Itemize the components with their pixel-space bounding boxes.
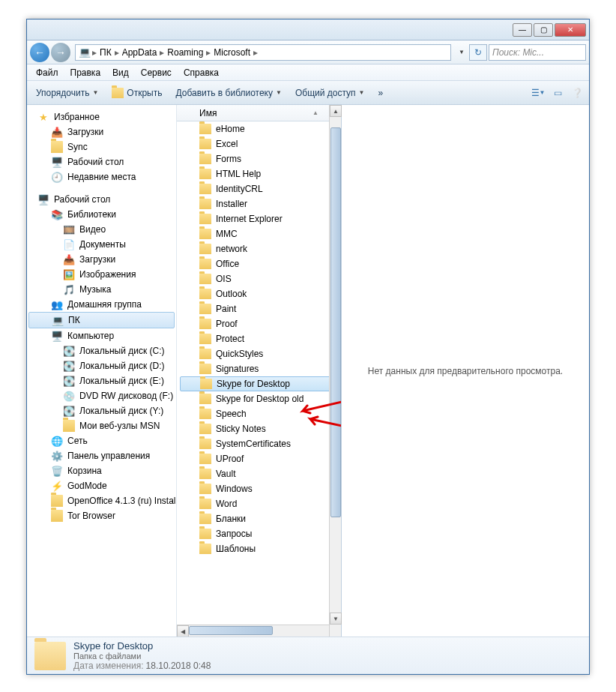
status-date-label: Дата изменения: <box>73 661 144 671</box>
nav-pc[interactable]: 💻ПК <box>28 312 175 328</box>
list-item[interactable]: Skype for Desktop <box>180 376 338 391</box>
list-item[interactable]: Proof <box>177 316 341 331</box>
help-button[interactable]: ❔ <box>568 84 586 102</box>
nav-computer[interactable]: 🖥️Компьютер <box>27 328 176 343</box>
vertical-scrollbar[interactable]: ▲ ▼ <box>329 105 341 637</box>
search-input[interactable]: Поиск: Mic... <box>489 44 586 61</box>
minimize-button[interactable]: — <box>513 23 532 37</box>
horizontal-scrollbar[interactable]: ◀ ▶ <box>177 625 341 637</box>
nav-pictures[interactable]: 🖼️Изображения <box>27 267 176 282</box>
more-button[interactable]: » <box>372 85 389 101</box>
list-item[interactable]: eHome <box>177 121 341 136</box>
list-item[interactable]: Бланки <box>177 511 341 526</box>
nav-video[interactable]: 🎞️Видео <box>27 222 176 237</box>
nav-recent[interactable]: 🕘Недавние места <box>27 169 176 184</box>
list-item[interactable]: Windows <box>177 481 341 496</box>
list-item[interactable]: Excel <box>177 136 341 151</box>
menu-help[interactable]: Справка <box>178 66 225 79</box>
nav-drive-d[interactable]: 💽Локальный диск (D:) <box>27 358 176 373</box>
list-item[interactable]: Speech <box>177 406 341 421</box>
breadcrumb-seg[interactable]: Microsoft <box>212 47 252 58</box>
list-item[interactable]: MMC <box>177 226 341 241</box>
column-header-name[interactable]: Имя ▲ <box>177 105 341 121</box>
menu-view[interactable]: Вид <box>106 66 135 79</box>
nav-drive-e[interactable]: 💽Локальный диск (E:) <box>27 373 176 388</box>
list-item[interactable]: Installer <box>177 196 341 211</box>
scroll-up-button[interactable]: ▲ <box>330 105 342 117</box>
nav-sync[interactable]: Sync <box>27 139 176 154</box>
nav-godmode[interactable]: ⚡GodMode <box>27 478 176 493</box>
list-item[interactable]: Шаблоны <box>177 541 341 556</box>
nav-recycle[interactable]: 🗑️Корзина <box>27 463 176 478</box>
refresh-button[interactable]: ↻ <box>469 44 487 61</box>
list-item[interactable]: QuickStyles <box>177 346 341 361</box>
list-item[interactable]: IdentityCRL <box>177 181 341 196</box>
organize-button[interactable]: Упорядочить▼ <box>30 85 104 101</box>
nav-drive-c[interactable]: 💽Локальный диск (C:) <box>27 343 176 358</box>
list-item-label: IdentityCRL <box>216 184 263 194</box>
menu-file[interactable]: Файл <box>30 66 64 79</box>
nav-pane[interactable]: ★Избранное 📥Загрузки Sync 🖥️Рабочий стол… <box>27 105 177 637</box>
list-item[interactable]: Office <box>177 256 341 271</box>
folder-icon <box>199 124 211 134</box>
view-mode-button[interactable]: ☰ ▼ <box>529 84 547 102</box>
file-list[interactable]: Document Building BlockseHomeExcelFormsH… <box>177 121 341 625</box>
nav-drive-y[interactable]: 💽Локальный диск (Y:) <box>27 403 176 418</box>
list-item[interactable]: UProof <box>177 451 341 466</box>
nav-downloads-lib[interactable]: 📥Загрузки <box>27 252 176 267</box>
breadcrumb-seg[interactable]: Roaming <box>166 47 205 58</box>
scroll-thumb-h[interactable] <box>189 626 273 635</box>
list-item[interactable]: HTML Help <box>177 166 341 181</box>
address-bar[interactable]: 💻 ▸ ПК ▸ AppData ▸ Roaming ▸ Microsoft ▸ <box>75 44 451 61</box>
list-item-label: Proof <box>216 319 238 329</box>
nav-dvd[interactable]: 💿DVD RW дисковод (F:) <box>27 388 176 403</box>
libraries-header[interactable]: 📚Библиотеки <box>27 207 176 222</box>
nav-tor[interactable]: Tor Browser <box>27 508 176 523</box>
list-item[interactable]: Forms <box>177 151 341 166</box>
favorites-header[interactable]: ★Избранное <box>27 109 176 124</box>
status-type: Папка с файлами <box>73 652 211 661</box>
pictures-icon: 🖼️ <box>63 268 75 280</box>
list-item[interactable]: Outlook <box>177 286 341 301</box>
nav-downloads[interactable]: 📥Загрузки <box>27 124 176 139</box>
list-item[interactable]: Internet Explorer <box>177 211 341 226</box>
share-button[interactable]: Общий доступ▼ <box>289 85 371 101</box>
list-item[interactable]: Vault <box>177 466 341 481</box>
breadcrumb-seg[interactable]: ПК <box>98 47 113 58</box>
desktop-header[interactable]: 🖥️Рабочий стол <box>27 192 176 207</box>
menu-edit[interactable]: Правка <box>64 66 107 79</box>
scroll-left-button[interactable]: ◀ <box>177 625 189 637</box>
maximize-button[interactable]: ▢ <box>534 23 553 37</box>
nav-documents[interactable]: 📄Документы <box>27 237 176 252</box>
back-button[interactable]: ← <box>30 43 49 62</box>
list-item[interactable]: SystemCertificates <box>177 436 341 451</box>
scroll-thumb[interactable] <box>330 127 341 517</box>
open-button[interactable]: Открыть <box>106 85 168 101</box>
list-item[interactable]: Paint <box>177 301 341 316</box>
breadcrumb-seg[interactable]: AppData <box>121 47 159 58</box>
close-button[interactable]: ✕ <box>555 23 586 37</box>
list-item[interactable]: Skype for Desktop old <box>177 391 341 406</box>
nav-network[interactable]: 🌐Сеть <box>27 433 176 448</box>
list-item-label: HTML Help <box>216 169 261 179</box>
list-item[interactable]: network <box>177 241 341 256</box>
nav-msn[interactable]: Мои веб-узлы MSN <box>27 418 176 433</box>
addr-dropdown-icon[interactable]: ▼ <box>456 49 468 55</box>
nav-openoffice[interactable]: OpenOffice 4.1.3 (ru) Instal <box>27 493 176 508</box>
list-item[interactable]: OIS <box>177 271 341 286</box>
scroll-down-button[interactable]: ▼ <box>330 613 342 625</box>
list-item[interactable]: Word <box>177 496 341 511</box>
list-item[interactable]: Sticky Notes <box>177 421 341 436</box>
preview-pane-button[interactable]: ▭ <box>549 84 567 102</box>
godmode-icon: ⚡ <box>51 480 63 492</box>
list-item[interactable]: Signatures <box>177 361 341 376</box>
nav-music[interactable]: 🎵Музыка <box>27 282 176 297</box>
list-item[interactable]: Запросы <box>177 526 341 541</box>
nav-cpanel[interactable]: ⚙️Панель управления <box>27 448 176 463</box>
nav-desktop-fav[interactable]: 🖥️Рабочий стол <box>27 154 176 169</box>
list-item[interactable]: Protect <box>177 331 341 346</box>
forward-button[interactable]: → <box>51 43 70 62</box>
menu-tools[interactable]: Сервис <box>135 66 178 79</box>
nav-homegroup[interactable]: 👥Домашняя группа <box>27 297 176 312</box>
add-to-library-button[interactable]: Добавить в библиотеку▼ <box>169 85 287 101</box>
